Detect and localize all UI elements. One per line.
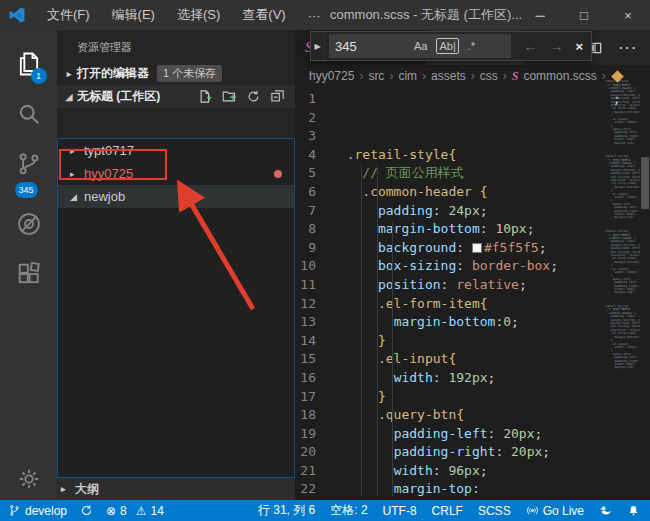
indentation[interactable]: 空格: 2 xyxy=(330,502,367,519)
line-number: 5 xyxy=(295,164,331,183)
workspace-actions xyxy=(198,89,285,104)
vscode-window: { "colors": { "accent": "#007acc", "anno… xyxy=(0,0,650,521)
breadcrumb-item[interactable]: css xyxy=(480,69,498,83)
duck-extension-icon[interactable] xyxy=(599,504,612,517)
source-control-icon[interactable]: 345 xyxy=(5,140,53,198)
chevron-right-icon[interactable]: ▸ xyxy=(70,146,84,156)
status-bar: develop ⊗ 8 ⚠ 14 行 31, 列 6 空格: 2 UTF-8 C… xyxy=(0,500,650,521)
find-widget: ▶ Aa Ab| .* ← → × xyxy=(310,31,592,61)
find-next-icon[interactable]: → xyxy=(549,38,563,54)
unsaved-badge: 1 个未保存 xyxy=(157,65,222,82)
maximize-button[interactable]: □ xyxy=(562,0,606,30)
chevron-right-icon[interactable]: ▸ xyxy=(61,69,77,79)
open-editors-section[interactable]: ▸ 打开的编辑器 1 个未保存 xyxy=(57,62,295,85)
menu-selection[interactable]: 选择(S) xyxy=(166,6,231,24)
find-close-icon[interactable]: × xyxy=(575,39,583,54)
code-line: 1 ; xyxy=(295,90,650,109)
line-number: 12 xyxy=(295,295,331,314)
minimap[interactable]: ; .retail-style{ // 页面公用样式 .common-heade… xyxy=(600,70,640,500)
branch-indicator[interactable]: develop xyxy=(8,504,67,518)
workspace-section[interactable]: ◢ 无标题 (工作区) xyxy=(57,85,295,108)
code-editor[interactable]: 1 ;234 .retail-style{5 // 页面公用样式6 .commo… xyxy=(295,87,650,500)
search-icon[interactable] xyxy=(5,90,53,138)
chevron-down-icon[interactable]: ◢ xyxy=(70,192,84,202)
tree-item-newjob[interactable]: ◢newjob xyxy=(58,185,294,208)
breadcrumb-item[interactable]: common.scss xyxy=(523,69,596,83)
line-number: 7 xyxy=(295,202,331,221)
line-number: 22 xyxy=(295,480,331,499)
menu-edit[interactable]: 编辑(E) xyxy=(101,6,166,24)
code-text: .el-input{ xyxy=(331,350,456,369)
line-number: 6 xyxy=(295,183,331,202)
toggle-replace-icon[interactable]: ▶ xyxy=(311,32,325,60)
code-line: 2 xyxy=(295,109,650,128)
vscode-logo-icon xyxy=(8,6,26,24)
cursor-position[interactable]: 行 31, 列 6 xyxy=(258,502,315,519)
code-line: 22 margin-top: xyxy=(295,480,650,499)
code-line: 5 // 页面公用样式 xyxy=(295,164,650,183)
line-number: 20 xyxy=(295,443,331,462)
chevron-right-icon[interactable]: ▸ xyxy=(61,484,75,494)
modified-dot-icon xyxy=(274,170,282,178)
eol-sequence[interactable]: CRLF xyxy=(432,504,463,518)
collapse-all-icon[interactable] xyxy=(270,89,285,104)
breadcrumb-item[interactable]: src xyxy=(368,69,384,83)
code-line: 18 .query-btn{ xyxy=(295,406,650,425)
whole-word-option[interactable]: Ab| xyxy=(436,38,458,54)
chevron-right-icon[interactable]: ▸ xyxy=(70,169,84,179)
extensions-icon[interactable] xyxy=(5,250,53,298)
encoding[interactable]: UTF-8 xyxy=(383,504,417,518)
find-previous-icon[interactable]: ← xyxy=(523,38,537,54)
scrollbar[interactable] xyxy=(640,87,650,500)
activity-bar: 1 345 xyxy=(0,30,57,500)
tree-item-label: typt0717 xyxy=(84,143,134,158)
line-number: 9 xyxy=(295,239,331,258)
tree-item-typt0717[interactable]: ▸typt0717 xyxy=(58,139,294,162)
branch-name: develop xyxy=(25,504,67,518)
tree-item-label: hyy0725 xyxy=(84,166,133,181)
code-line: 7 padding: 24px; xyxy=(295,202,650,221)
more-actions-icon[interactable]: ··· xyxy=(619,40,638,55)
settings-gear-icon[interactable] xyxy=(0,466,57,492)
new-folder-icon[interactable] xyxy=(222,89,237,104)
debug-disabled-icon[interactable] xyxy=(5,200,53,248)
code-line: 3 xyxy=(295,127,650,146)
code-line: 20 padding-right: 20px; xyxy=(295,443,650,462)
tree-item-label: newjob xyxy=(84,189,125,204)
match-case-option[interactable]: Aa xyxy=(412,39,429,53)
sync-indicator[interactable] xyxy=(80,504,93,517)
chevron-right-icon: › xyxy=(389,69,393,83)
warning-icon: ⚠ xyxy=(136,504,147,518)
chevron-down-icon[interactable]: ◢ xyxy=(61,92,77,102)
close-button[interactable]: × xyxy=(606,0,650,30)
regex-option[interactable]: .* xyxy=(466,39,477,53)
problems-indicator[interactable]: ⊗ 8 ⚠ 14 xyxy=(106,504,164,518)
tree-item-hyy0725[interactable]: ▸hyy0725 xyxy=(58,162,294,185)
scrollbar-slider[interactable] xyxy=(641,157,649,209)
new-file-icon[interactable] xyxy=(198,89,213,104)
editor-group: S common.scss × V commonP ··· xyxy=(295,30,650,500)
breadcrumb-item[interactable]: assets xyxy=(431,69,466,83)
breadcrumb-item[interactable]: cim xyxy=(398,69,417,83)
find-input[interactable] xyxy=(335,39,405,54)
code-text: padding-left: 20px; xyxy=(331,425,542,444)
language-mode[interactable]: SCSS xyxy=(478,504,511,518)
code-text: .common-header { xyxy=(331,183,488,202)
code-text: margin-top: xyxy=(331,480,480,499)
refresh-icon[interactable] xyxy=(246,89,261,104)
go-live-button[interactable]: Go Live xyxy=(526,504,584,518)
open-editors-label: 打开的编辑器 xyxy=(77,65,149,82)
chevron-right-icon: › xyxy=(503,69,507,83)
code-line: 17 } xyxy=(295,388,650,407)
line-number: 4 xyxy=(295,146,331,165)
menu-view[interactable]: 查看(V) xyxy=(231,6,296,24)
outline-section[interactable]: ▸ 大纲 xyxy=(57,478,295,500)
bell-icon[interactable] xyxy=(627,504,640,517)
explorer-icon[interactable]: 1 xyxy=(5,40,53,88)
workspace-label: 无标题 (工作区) xyxy=(77,88,160,105)
menu-more[interactable]: ··· xyxy=(297,8,332,23)
explorer-badge: 1 xyxy=(31,68,47,84)
breadcrumb-item[interactable]: hyy0725 xyxy=(309,69,354,83)
code-line: 10 box-sizing: border-box; xyxy=(295,257,650,276)
menu-file[interactable]: 文件(F) xyxy=(36,6,101,24)
